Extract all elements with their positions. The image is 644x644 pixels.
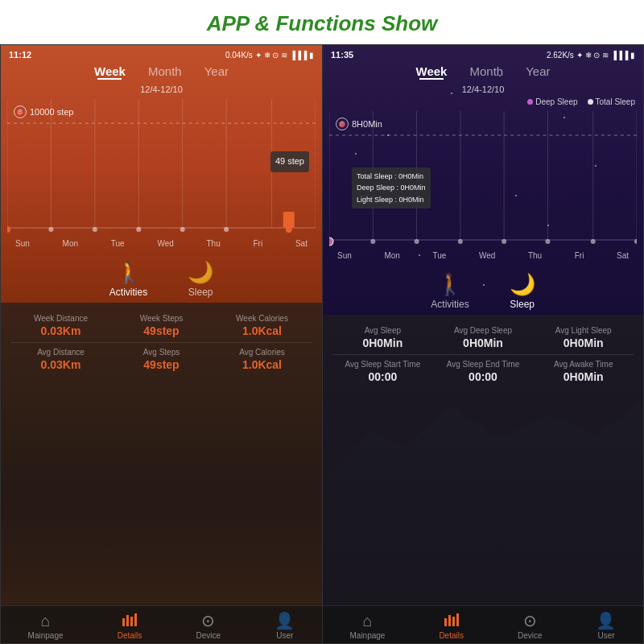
svg-rect-41 [444,618,447,626]
left-activities-tab[interactable]: 🚶 Activities [109,260,147,298]
right-tab-bar: Week Month Year [323,61,643,83]
left-time: 11:12 [9,50,31,60]
right-avg-light-sleep: Avg Light Sleep 0H0Min [533,326,634,349]
day-wed: Wed [157,239,173,248]
svg-rect-18 [122,618,125,626]
right-activities-tab[interactable]: 🚶 Activities [431,272,469,310]
right-tab-month[interactable]: Month [469,64,503,80]
left-days-row: Sun Mon Tue Wed Thu Fri Sat [7,239,316,248]
walk-icon: 🚶 [116,260,142,285]
home-icon: ⌂ [41,612,51,630]
right-day-thu: Thu [528,251,542,260]
right-date-range: 12/4-12/10 [323,83,643,96]
svg-point-39 [591,239,596,244]
svg-point-11 [7,226,10,233]
right-tab-week[interactable]: Week [416,64,448,80]
right-nav-user[interactable]: 👤 User [596,611,616,640]
left-phone-panel: 11:12 0.04K/s ✦ ❄ ⊙ ≋ ▐▐▐ ▮ Week Month Y… [0,44,322,644]
left-nav-mainpage[interactable]: ⌂ Mainpage [28,612,64,640]
svg-rect-44 [456,613,459,626]
right-day-sat: Sat [617,251,629,260]
left-tooltip: 49 step [270,151,309,172]
left-date-range: 12/4-12/10 [1,83,322,96]
right-activity-tabs: 🚶 Activities 🌙 Sleep [323,264,643,315]
user-icon: 👤 [275,611,295,630]
right-goal-label: 🎯 8H0Min [336,118,382,130]
right-phone-panel: 11:35 2.62K/s ✦ ❄ ⊙ ≋ ▐▐▐ ▮ Week Month Y… [322,44,644,644]
page-title: APP & Functions Show [0,11,644,36]
day-tue: Tue [111,239,125,248]
left-avg-steps: Avg Steps 49step [111,348,212,371]
right-tab-year[interactable]: Year [526,64,550,80]
right-speed: 2.62K/s [547,51,574,60]
svg-rect-20 [130,617,133,626]
right-stats-row-2: Avg Sleep Start Time 00:00 Avg Sleep End… [332,355,634,388]
right-day-wed: Wed [479,251,495,260]
left-goal-label: 🎯 10000 step [14,105,73,118]
svg-point-33 [329,237,333,246]
svg-rect-19 [126,615,129,626]
right-sleep-icon: 🌙 [510,272,535,297]
right-user-icon: 👤 [596,611,616,630]
left-app-nav: ⌂ Mainpage Details ⊙ [1,605,322,643]
svg-point-35 [415,239,419,244]
right-nav-details[interactable]: Details [439,612,464,640]
left-tab-year[interactable]: Year [204,64,229,80]
right-app-nav: ⌂ Mainpage Details ⊙ [323,605,643,643]
left-week-calories: Week Calories 1.0Kcal [212,314,312,337]
right-avg-sleep: Avg Sleep 0H0Min [332,326,433,349]
right-device-icon: ⊙ [523,611,537,630]
left-chart: 🎯 10000 step 49 step [7,99,316,252]
right-walk-icon: 🚶 [437,272,463,297]
left-nav-user[interactable]: 👤 User [275,611,295,640]
right-day-tue: Tue [432,251,446,260]
right-sleep-end: Avg Sleep End Time 00:00 [433,360,534,383]
right-time: 11:35 [331,50,353,60]
svg-rect-10 [283,212,295,228]
svg-rect-43 [452,617,455,626]
device-icon: ⊙ [201,611,215,630]
svg-point-15 [180,227,185,232]
right-bar-chart-icon [444,612,460,630]
left-stats: Week Distance 0.03Km Week Steps 49step W… [1,303,322,605]
left-chart-svg [7,99,316,252]
left-stats-row-2: Avg Distance 0.03Km Avg Steps 49step Avg… [10,343,312,376]
day-thu: Thu [207,239,221,248]
right-sleep-start: Avg Sleep Start Time 00:00 [332,360,433,383]
bar-chart-icon [122,612,138,630]
right-nav-device[interactable]: ⊙ Device [518,611,543,640]
left-status-bar: 11:12 0.04K/s ✦ ❄ ⊙ ≋ ▐▐▐ ▮ [1,45,322,61]
left-speed: 0.04K/s [225,51,253,60]
right-awake-time: Avg Awake Time 0H0Min [533,360,634,383]
right-avg-deep-sleep: Avg Deep Sleep 0H0Min [433,326,534,349]
svg-point-37 [502,239,506,244]
right-stats-row-1: Avg Sleep 0H0Min Avg Deep Sleep 0H0Min A… [332,321,634,355]
svg-point-13 [93,227,97,232]
left-tab-month[interactable]: Month [148,64,182,80]
left-avg-distance: Avg Distance 0.03Km [10,348,111,371]
svg-point-17 [286,226,292,233]
left-nav-details[interactable]: Details [118,612,142,640]
svg-point-16 [224,227,229,232]
left-status-right: 0.04K/s ✦ ❄ ⊙ ≋ ▐▐▐ ▮ [225,51,314,60]
day-fri: Fri [254,239,263,248]
left-nav-device[interactable]: ⊙ Device [196,611,221,640]
right-days-row: Sun Mon Tue Wed Thu Fri Sat [329,251,637,260]
right-day-sun: Sun [337,251,352,260]
left-sleep-tab[interactable]: 🌙 Sleep [188,260,213,298]
right-status-icons: ✦ ❄ ⊙ ≋ ▐▐▐ ▮ [576,51,635,60]
left-week-steps: Week Steps 49step [111,314,212,337]
right-goal-icon: 🎯 [336,118,349,130]
left-activity-tabs: 🚶 Activities 🌙 Sleep [1,252,322,303]
right-chart: 🎯 8H0Min Total Sleep : 0H0Min Deep Sleep… [329,111,637,264]
left-avg-calories: Avg Calories 1.0Kcal [212,348,312,371]
svg-point-14 [136,227,141,232]
right-day-fri: Fri [575,251,584,260]
left-tab-week[interactable]: Week [94,64,126,80]
right-sleep-tab[interactable]: 🌙 Sleep [510,272,535,310]
right-status-right: 2.62K/s ✦ ❄ ⊙ ≋ ▐▐▐ ▮ [547,51,635,60]
svg-point-36 [458,239,463,244]
right-nav-mainpage[interactable]: ⌂ Mainpage [349,612,385,640]
deep-sleep-dot [527,99,533,105]
left-status-icons: ✦ ❄ ⊙ ≋ ▐▐▐ ▮ [255,51,314,60]
